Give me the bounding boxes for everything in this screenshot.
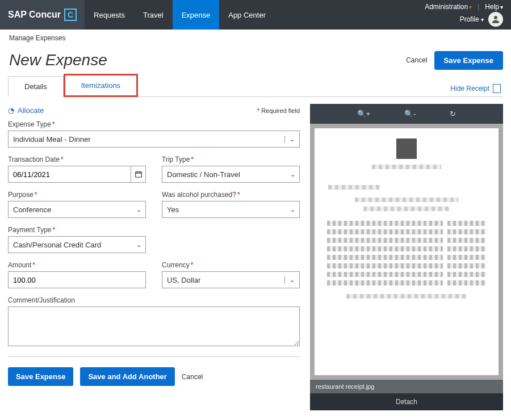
- field-currency: Currency* US, Dollar ⌄: [162, 261, 300, 288]
- field-trip-type: Trip Type* Domestic / Non-Travel ⌄: [162, 156, 300, 183]
- page-title: New Expense: [8, 49, 108, 72]
- chevron-down-icon: ⌄: [284, 276, 299, 284]
- help-link[interactable]: Help▾: [485, 3, 503, 11]
- nav-requests[interactable]: Requests: [85, 0, 134, 30]
- brand-c-icon: C: [64, 9, 77, 21]
- title-bar: New Expense Cancel Save Expense: [8, 49, 503, 72]
- comment-textarea[interactable]: [8, 306, 300, 346]
- chevron-down-icon: ⌄: [286, 171, 299, 178]
- allocate-icon: ◔: [8, 106, 14, 115]
- chevron-down-icon: ⌄: [284, 136, 299, 143]
- zoom-out-icon[interactable]: 🔍-: [404, 110, 416, 118]
- chevron-down-icon: ⌄: [286, 206, 299, 213]
- save-expense-button-footer[interactable]: Save Expense: [8, 367, 73, 386]
- hide-receipt-link[interactable]: Hide Receipt: [448, 81, 503, 96]
- zoom-in-icon[interactable]: 🔍+: [357, 110, 371, 118]
- receipt-column: 🔍+ 🔍- ↻: [310, 104, 503, 410]
- save-add-another-button[interactable]: Save and Add Another: [80, 367, 174, 386]
- nav-expense[interactable]: Expense: [173, 0, 220, 30]
- receipt-box-icon: [493, 84, 501, 93]
- top-nav: SAP Concur C Requests Travel Expense App…: [0, 0, 511, 30]
- field-purpose: Purpose* Conference ⌄: [8, 191, 146, 218]
- profile-link[interactable]: Profile ▾: [460, 15, 484, 23]
- form-column: ◔ Allocate * Required field Expense Type…: [8, 104, 300, 410]
- save-expense-button[interactable]: Save Expense: [434, 51, 503, 70]
- alcohol-select[interactable]: Yes ⌄: [162, 201, 300, 218]
- brand-text: SAP Concur: [8, 10, 61, 20]
- field-alcohol: Was alcohol purchased?* Yes ⌄: [162, 191, 300, 218]
- avatar[interactable]: [488, 12, 503, 27]
- cancel-link[interactable]: Cancel: [406, 56, 427, 64]
- transaction-date-input[interactable]: [8, 166, 146, 183]
- page-body: New Expense Cancel Save Expense Details …: [0, 42, 511, 418]
- nav-travel[interactable]: Travel: [134, 0, 173, 30]
- tab-details[interactable]: Details: [8, 76, 64, 97]
- allocate-link[interactable]: Allocate: [18, 106, 44, 115]
- admin-link[interactable]: Administration▾: [425, 3, 472, 11]
- payment-type-select[interactable]: Cash/Personal Credit Card ⌄: [8, 236, 146, 253]
- svg-rect-1: [135, 172, 141, 177]
- currency-select[interactable]: US, Dollar ⌄: [162, 271, 300, 288]
- amount-text-input[interactable]: [9, 272, 145, 288]
- divider: |: [478, 3, 479, 11]
- cancel-link-footer[interactable]: Cancel: [182, 373, 203, 381]
- receipt-toolbar: 🔍+ 🔍- ↻: [310, 104, 503, 124]
- expense-type-select[interactable]: Individual Meal - Dinner ⌄: [8, 131, 300, 148]
- caret-down-icon: ▾: [481, 16, 484, 23]
- chevron-down-icon: ⌄: [132, 206, 145, 213]
- user-icon: [491, 14, 501, 24]
- field-comment: Comment/Justification: [8, 296, 300, 346]
- svg-point-0: [494, 16, 497, 19]
- divider: [8, 356, 300, 357]
- footer-buttons: Save Expense Save and Add Another Cancel: [8, 367, 300, 386]
- trip-type-select[interactable]: Domestic / Non-Travel ⌄: [162, 166, 300, 183]
- receipt-image-wrap: [310, 124, 503, 380]
- rotate-icon[interactable]: ↻: [450, 110, 456, 118]
- receipt-image[interactable]: [315, 128, 499, 375]
- purpose-select[interactable]: Conference ⌄: [8, 201, 146, 218]
- chevron-down-icon: ⌄: [132, 241, 145, 249]
- detach-button[interactable]: Detach: [310, 393, 503, 410]
- receipt-panel: 🔍+ 🔍- ↻: [310, 104, 503, 410]
- tabs: Details Itemizations Hide Receipt: [8, 74, 503, 97]
- required-field-note: * Required field: [256, 107, 300, 114]
- top-right-menu: Administration▾ | Help▾ Profile ▾: [417, 0, 511, 30]
- caret-down-icon: ▾: [500, 4, 503, 10]
- receipt-filename: restaurant receipt.jpg: [310, 380, 503, 393]
- field-expense-type: Expense Type* Individual Meal - Dinner ⌄: [8, 120, 300, 148]
- calendar-icon[interactable]: [131, 166, 145, 182]
- subnav-manage-expenses[interactable]: Manage Expenses: [0, 30, 511, 42]
- tab-itemizations[interactable]: Itemizations: [64, 74, 138, 97]
- field-transaction-date: Transaction Date*: [8, 156, 146, 183]
- field-payment-type: Payment Type* Cash/Personal Credit Card …: [8, 226, 146, 253]
- nav-appcenter[interactable]: App Center: [219, 0, 275, 30]
- caret-down-icon: ▾: [469, 4, 472, 10]
- field-amount: Amount*: [8, 261, 146, 288]
- brand-logo[interactable]: SAP Concur C: [0, 0, 85, 30]
